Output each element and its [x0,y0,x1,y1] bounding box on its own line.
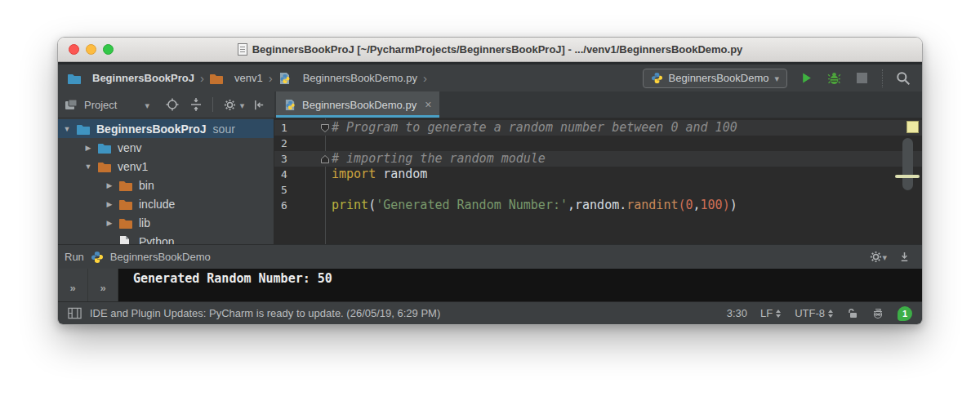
code-line[interactable]: 1# Program to generate a random number b… [274,120,922,136]
line-ending-select[interactable]: LF [760,307,782,319]
tree-item-python[interactable]: Python [58,232,274,244]
line-number[interactable]: 3 [274,151,325,167]
tree-item-label: venv [118,141,142,154]
run-panel-label: Run [65,251,84,263]
tree-expand-icon[interactable] [83,144,93,152]
tree-item-label: include [139,198,175,211]
code-line[interactable]: 6print('Generated Random Number:',random… [274,198,922,213]
hide-tool-window-button[interactable] [251,96,268,114]
code-token: 0 [686,198,693,212]
stop-button[interactable] [853,69,871,87]
tree-item-venv1[interactable]: venv1 [58,157,274,176]
breadcrumb-venv1[interactable]: venv1 [210,72,263,84]
code-line[interactable]: 5 [274,182,922,198]
locate-file-button[interactable] [164,96,181,114]
traffic-lights [69,44,114,55]
editor-scrollbar[interactable] [902,138,913,190]
python-file-icon [284,99,296,111]
python-icon [651,72,663,84]
line-number[interactable]: 1 [274,120,325,136]
close-tab-icon[interactable] [425,98,431,111]
updown-icon [775,309,782,319]
encoding-select[interactable]: UTF-8 [795,307,834,319]
window-title: BeginnersBookProJ [~/PycharmProjects/Beg… [252,43,743,56]
tree-item-label: BeginnersBookProJ [96,123,207,136]
inspection-indicator[interactable] [906,121,919,133]
tree-item-label: Python [139,235,175,245]
code-token: import [332,167,376,181]
updown-icon [827,309,834,319]
run-configuration-select[interactable]: BeginnersBookDemo [643,69,787,88]
project-header-label: Project [84,99,117,111]
secondary-bar: Project Begin [58,91,922,118]
tree-expand-icon[interactable] [105,219,114,227]
breadcrumb-label: BeginnersBookProJ [92,72,194,84]
tree-expand-icon[interactable] [105,181,114,189]
tree-expand-icon[interactable] [83,163,93,171]
tree-item-label: bin [139,179,154,192]
chevron-down-icon [240,99,245,111]
code-text: import random [325,167,427,182]
chevron-down-icon[interactable] [145,99,149,111]
close-window-button[interactable] [69,44,79,55]
tree-item-venv[interactable]: venv [58,138,274,157]
titlebar[interactable]: BeginnersBookProJ [~/PycharmProjects/Beg… [58,38,922,62]
project-tool-window-header[interactable]: Project [58,91,274,118]
minimize-window-button[interactable] [86,44,96,55]
hide-run-panel-button[interactable] [898,251,911,263]
breadcrumb-file[interactable]: BeginnersBookDemo.py [278,72,417,84]
code-line[interactable]: 4import random [274,167,922,182]
fold-marker-icon[interactable] [320,154,330,164]
editor-tab-label: BeginnersBookDemo.py [302,99,416,111]
tree-item-bin[interactable]: bin [58,176,274,194]
folder-icon [210,72,224,84]
chevron-right-icon [269,71,273,85]
run-settings-button[interactable] [870,251,887,263]
tree-item-label: venv1 [118,160,148,173]
zoom-window-button[interactable] [103,44,114,55]
expand-toolbar-icon[interactable] [100,282,105,294]
expand-toolbar-icon[interactable] [69,282,75,294]
settings-gear-button[interactable] [221,96,238,114]
folder-icon [98,160,112,172]
tree-item-include[interactable]: include [58,194,274,213]
notifications-badge[interactable]: 1 [898,306,912,321]
tree-item-lib[interactable]: lib [58,213,274,232]
code-editor[interactable]: 1# Program to generate a random number b… [274,118,922,244]
run-console: Generated Random Number: 50 [58,269,922,301]
line-number[interactable]: 5 [274,182,325,198]
code-token: ) [730,198,737,212]
tree-item-beginnersbookproj[interactable]: BeginnersBookProJsour [58,119,274,138]
code-line[interactable]: 2 [274,136,922,151]
warning-stripe-mark[interactable] [895,175,920,178]
search-everywhere-button[interactable] [894,69,912,87]
folder-icon [77,123,91,135]
debug-button[interactable] [825,69,843,87]
run-tool-window-header[interactable]: Run BeginnersBookDemo [58,244,922,269]
console-output[interactable]: Generated Random Number: 50 [118,269,922,301]
code-token: , [568,198,575,212]
status-message[interactable]: IDE and Plugin Updates: PyCharm is ready… [90,307,440,319]
line-number[interactable]: 6 [274,198,325,213]
python-file-icon [278,72,292,84]
breadcrumb-project[interactable]: BeginnersBookProJ [68,72,194,84]
tree-expand-icon[interactable] [105,200,114,208]
line-number[interactable]: 2 [274,136,325,151]
run-configuration-value: BeginnersBookDemo [669,72,769,84]
run-config-name: BeginnersBookDemo [110,251,211,263]
line-number[interactable]: 4 [274,167,325,182]
code-line[interactable]: 3# importing the random module [274,151,922,167]
pycharm-window: BeginnersBookProJ [~/PycharmProjects/Beg… [57,37,923,325]
lock-icon[interactable] [847,308,858,319]
active-tab-underline [276,115,439,118]
collapse-all-button[interactable] [188,96,205,114]
inspections-profile-icon[interactable] [871,307,884,320]
run-toolbar-collapsed[interactable] [58,269,88,301]
tool-window-toggle-icon[interactable] [68,307,82,319]
console-toolbar-collapsed[interactable] [88,269,118,301]
tree-expand-icon[interactable] [62,125,72,133]
cursor-position[interactable]: 3:30 [727,307,747,319]
run-button[interactable] [797,69,815,87]
fold-marker-icon[interactable] [320,123,330,133]
editor-tab[interactable]: BeginnersBookDemo.py [276,91,439,118]
